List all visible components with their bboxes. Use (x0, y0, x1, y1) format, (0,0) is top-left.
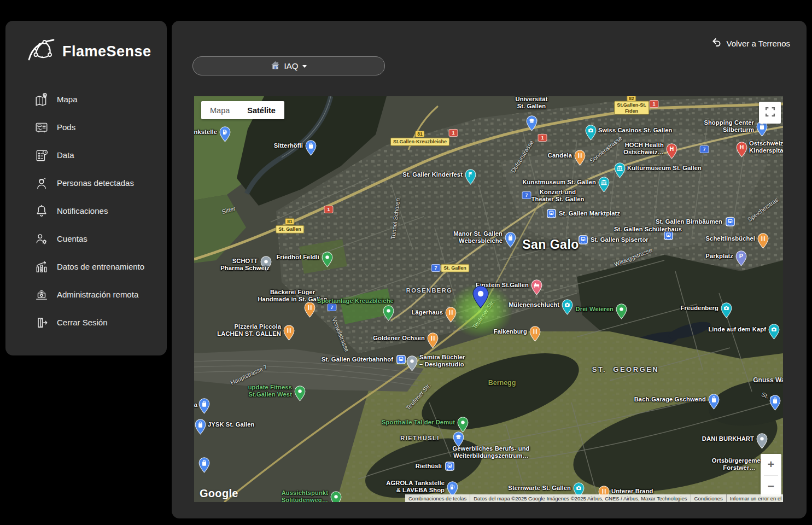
map-marker[interactable] (616, 304, 627, 322)
sidebar-item-pods[interactable]: Pods (5, 113, 167, 141)
back-arrow-icon (711, 37, 722, 49)
sidebar-item-cuentas[interactable]: Cuentas (5, 225, 167, 253)
person-detected-icon (34, 176, 49, 190)
map-marker[interactable] (768, 324, 780, 342)
map-type-mapa-button[interactable]: Mapa (201, 101, 238, 119)
map-marker[interactable] (330, 491, 342, 502)
map-marker[interactable]: H (736, 142, 747, 160)
selected-location-pin[interactable] (472, 285, 489, 311)
poi-label: Swiss Casinos St. Gallen (598, 127, 672, 134)
route-shield: St. Gallen (441, 264, 469, 272)
route-shield: 81 (415, 131, 424, 137)
map-marker[interactable] (195, 419, 206, 437)
poi-label: Candela (548, 152, 572, 159)
poi-label: Sternwarte St. Gallen (508, 485, 571, 492)
map-marker[interactable] (726, 217, 735, 229)
area-label: Gnuss Walde (753, 376, 783, 384)
poi-label: a (194, 401, 197, 409)
poi-label: Mülenenschlucht (509, 301, 559, 308)
route-shield: 7 (328, 304, 337, 311)
sidebar-item-administracion-remota[interactable]: Administración remota (5, 281, 167, 308)
logo: FlameSense (5, 21, 167, 67)
terms-link[interactable]: Condiciones (691, 494, 726, 502)
sidebar-item-cerrar-sesion[interactable]: Cerrar Sesión (5, 308, 167, 336)
map-marker[interactable] (505, 232, 516, 250)
poi-label: St. Gallen Marktplatz (559, 210, 620, 217)
accounts-icon (34, 231, 49, 246)
map-marker[interactable] (574, 150, 586, 168)
route-shield: 7 (522, 191, 531, 199)
area-label: ST. GEORGEN (592, 365, 659, 374)
map-marker[interactable] (219, 126, 231, 144)
map-marker[interactable] (526, 115, 538, 133)
map-marker[interactable] (579, 235, 588, 247)
map-marker[interactable] (585, 125, 597, 143)
poi-label: Unterer Brand (611, 488, 653, 495)
terrain-selector-dropdown[interactable]: IAQ (192, 56, 385, 75)
zoom-out-button[interactable]: − (761, 476, 781, 497)
map-marker[interactable] (769, 395, 781, 413)
map-marker[interactable] (531, 279, 542, 298)
map-marker[interactable] (708, 394, 720, 412)
zoom-in-button[interactable]: + (761, 454, 781, 475)
map-marker[interactable] (721, 302, 732, 320)
map-marker[interactable] (757, 233, 769, 251)
street-label: Sitter (221, 205, 236, 215)
map-marker[interactable] (547, 209, 556, 220)
poi-label: Pizzeria Piccola LACHEN ST. GALLEN (217, 323, 281, 337)
sidebar-item-label: Pods (57, 122, 75, 132)
map-marker[interactable] (406, 355, 418, 374)
map-type-satelite-button[interactable]: Satélite (238, 101, 284, 119)
poi-label: St. Gallen Schülerhaus (614, 226, 682, 233)
poi-label: Kulturmuseum St. Gallen (627, 165, 702, 172)
report-error-link[interactable]: Informar un error en el mapa (726, 494, 783, 502)
map-marker[interactable] (614, 162, 626, 180)
map-marker[interactable] (445, 462, 454, 473)
map-canvas[interactable]: 1111777781St.Gallen-Kreuzbleiche81St. Ga… (194, 96, 783, 502)
map-marker[interactable] (562, 299, 573, 317)
map-marker[interactable] (445, 307, 457, 325)
map-marker[interactable] (305, 140, 317, 158)
map-marker[interactable] (304, 302, 316, 320)
map-marker[interactable] (198, 398, 210, 416)
street-label: Vonwilstrasse (331, 317, 350, 353)
sidebar-item-data[interactable]: Data (5, 141, 167, 169)
sidebar-item-personas-detectadas[interactable]: Personas detectadas (5, 169, 167, 197)
map-marker[interactable] (294, 386, 306, 404)
poi-label: SCHOTT Pharma Schweiz (220, 258, 270, 272)
map-marker[interactable]: P (735, 250, 747, 269)
poi-label: Riethüsli (416, 463, 442, 470)
street-label: Dufourstrasse (510, 139, 535, 173)
poi-label: Falkenburg (494, 328, 527, 335)
map-marker[interactable] (427, 332, 439, 351)
poi-label: St. Gallen Birnbäumen (656, 218, 722, 225)
sidebar-item-label: Notificaciones (57, 206, 108, 215)
map-marker[interactable] (756, 433, 768, 451)
map-marker[interactable] (529, 326, 541, 344)
sidebar-item-datos-de-entrenamiento[interactable]: Datos de entrenamiento (5, 253, 167, 281)
poi-label: Goldener Ochsen (373, 335, 425, 342)
route-shield: 1 (449, 129, 458, 137)
sidebar-item-notificaciones[interactable]: Notificaciones (5, 197, 167, 225)
keyboard-shortcuts-link[interactable]: Combinaciones de teclas (405, 494, 470, 502)
caret-down-icon (302, 65, 307, 68)
map-marker[interactable] (465, 169, 476, 187)
sidebar-item-label: Cerrar Sesión (57, 318, 108, 327)
sidebar-item-mapa[interactable]: Mapa (5, 85, 167, 113)
map-icon (34, 92, 49, 107)
map-marker[interactable] (283, 325, 295, 343)
poi-label: DANI BURKHART (702, 435, 754, 442)
poi-label: Gewerbliches Berufs- und Weiterbildungsz… (452, 445, 529, 459)
back-to-terrenos-link[interactable]: Volver a Terrenos (711, 37, 790, 49)
map-marker[interactable] (396, 355, 406, 366)
fullscreen-button[interactable] (759, 102, 781, 124)
map-marker[interactable] (383, 305, 394, 323)
map-marker[interactable] (598, 177, 610, 195)
map-marker[interactable]: H (666, 143, 677, 161)
map-attribution-bar: Combinaciones de teclas Datos del mapa ©… (405, 494, 783, 502)
map-marker[interactable] (198, 457, 210, 475)
map-marker[interactable] (322, 252, 333, 270)
street-label: Wildeggstrasse (614, 247, 653, 268)
poi-label: St. Gallen Güterbahnhof (322, 356, 393, 363)
route-shield: 7 (431, 264, 441, 272)
